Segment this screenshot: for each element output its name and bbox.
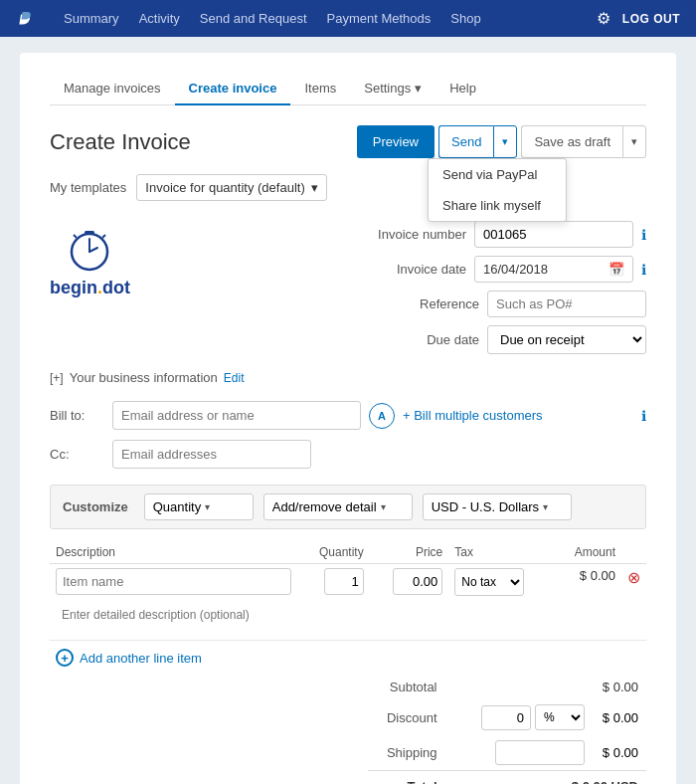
chevron-down-icon: ▾ — [631, 135, 637, 147]
total-value: $ 0.00 USD — [445, 771, 647, 785]
svg-line-6 — [74, 235, 77, 238]
subtotal-value: $ 0.00 — [445, 675, 647, 699]
invoice-number-row: Invoice number ℹ — [348, 221, 646, 248]
calendar-icon: 📅 — [609, 262, 624, 277]
nav-shop[interactable]: Shop — [442, 0, 488, 37]
send-via-paypal[interactable]: Send via PayPal — [429, 159, 566, 190]
add-line-label: Add another line item — [80, 651, 202, 666]
nav-summary[interactable]: Summary — [56, 0, 127, 37]
due-date-row: Due date Due on receipt — [348, 325, 646, 354]
subnav-settings[interactable]: Settings ▾ — [350, 73, 435, 105]
remove-item-icon[interactable]: ⊗ — [627, 569, 640, 586]
discount-input[interactable] — [481, 705, 531, 730]
date-value: 16/04/2018 — [483, 262, 548, 277]
total-row: Total $ 0.00 USD — [368, 771, 646, 785]
cc-input[interactable] — [112, 440, 311, 469]
send-dropdown: Send via PayPal Share link myself — [428, 158, 567, 222]
invoice-date-input[interactable]: 16/04/2018 📅 — [474, 256, 633, 283]
table-row: No tax $ 0.00 ⊗ — [50, 564, 646, 601]
price-input[interactable] — [393, 568, 442, 595]
item-description-input[interactable] — [56, 604, 615, 626]
shipping-input[interactable] — [495, 740, 585, 765]
send-dropdown-toggle[interactable]: ▾ — [493, 125, 517, 158]
expand-icon[interactable]: [+] — [50, 371, 64, 385]
save-draft-group: Save as draft ▾ — [521, 125, 646, 158]
subtotal-row: Subtotal $ 0.00 — [368, 675, 646, 699]
quantity-input[interactable] — [324, 568, 364, 595]
preview-button[interactable]: Preview — [357, 125, 435, 158]
logo-container: begin.dot — [50, 221, 130, 298]
chevron-down-icon: ▾ — [543, 501, 548, 512]
discount-type-select[interactable]: % — [535, 704, 585, 730]
totals-table: Subtotal $ 0.00 Discount % $ 0.00 Shippi… — [368, 675, 646, 784]
gear-icon[interactable]: ⚙ — [597, 9, 610, 28]
due-date-label: Due date — [380, 332, 479, 347]
subtotal-label: Subtotal — [368, 675, 445, 699]
quantity-label: Quantity — [153, 499, 201, 514]
cc-row: Cc: — [50, 440, 646, 469]
tax-select[interactable]: No tax — [454, 568, 524, 596]
invoice-fields: Invoice number ℹ Invoice date 16/04/2018… — [348, 221, 646, 354]
share-link-myself[interactable]: Share link myself — [429, 190, 566, 221]
col-quantity: Quantity — [297, 541, 370, 564]
nav-payment-methods[interactable]: Payment Methods — [319, 0, 439, 37]
avatar-icon: A — [369, 403, 395, 429]
save-draft-dropdown-toggle[interactable]: ▾ — [622, 125, 646, 158]
cc-label: Cc: — [50, 447, 104, 462]
info-icon-date[interactable]: ℹ — [641, 262, 646, 278]
title-buttons: Preview Send ▾ Send via PayPal Share lin… — [357, 125, 646, 158]
bill-to-input[interactable] — [112, 401, 361, 430]
currency-select[interactable]: USD - U.S. Dollars ▾ — [423, 493, 572, 520]
logo-icon — [63, 221, 117, 276]
svg-line-5 — [102, 235, 105, 238]
bill-to-label: Bill to: — [50, 408, 104, 423]
business-info-row: [+] Your business information Edit — [50, 370, 646, 385]
discount-label: Discount — [368, 699, 445, 735]
subnav-items[interactable]: Items — [290, 73, 350, 105]
chevron-down-icon: ▾ — [205, 501, 210, 512]
send-button[interactable]: Send — [438, 125, 493, 158]
bill-multiple-customers[interactable]: + Bill multiple customers — [403, 408, 633, 423]
subnav-help[interactable]: Help — [435, 73, 490, 105]
shipping-row: Shipping $ 0.00 — [368, 735, 646, 771]
invoice-number-input[interactable] — [474, 221, 633, 248]
info-icon-bill[interactable]: ℹ — [641, 408, 646, 424]
save-draft-button[interactable]: Save as draft — [521, 125, 622, 158]
add-detail-label: Add/remove detail — [272, 499, 377, 514]
nav-send-request[interactable]: Send and Request — [192, 0, 315, 37]
amount-value: $ 0.00 — [554, 564, 622, 601]
bill-to-row: Bill to: A + Bill multiple customers ℹ — [50, 401, 646, 430]
invoice-table: Description Quantity Price Tax Amount — [50, 541, 646, 630]
col-tax: Tax — [448, 541, 553, 564]
nav-links: Summary Activity Send and Request Paymen… — [56, 0, 597, 37]
topnav-right: ⚙ LOG OUT — [597, 9, 680, 28]
subnav-manage-invoices[interactable]: Manage invoices — [50, 73, 175, 105]
due-date-select[interactable]: Due on receipt — [487, 325, 646, 354]
invoice-number-label: Invoice number — [367, 227, 466, 242]
nav-activity[interactable]: Activity — [131, 0, 188, 37]
shipping-amount: $ 0.00 — [589, 745, 638, 760]
chevron-down-icon: ▾ — [415, 81, 422, 96]
logo-text-begin: begin — [50, 278, 97, 298]
reference-label: Reference — [380, 296, 479, 311]
paypal-logo — [16, 7, 36, 30]
chevron-down-icon: ▾ — [502, 135, 508, 147]
col-description: Description — [50, 541, 297, 564]
subnav-create-invoice[interactable]: Create invoice — [175, 73, 291, 105]
info-icon[interactable]: ℹ — [641, 227, 646, 243]
customize-label: Customize — [63, 499, 128, 514]
logo-text-dot2: dot — [102, 278, 130, 298]
template-select[interactable]: Invoice for quantity (default) ▾ — [136, 174, 326, 201]
business-info-label: Your business information — [70, 370, 218, 385]
col-amount: Amount — [554, 541, 622, 564]
reference-input[interactable] — [487, 291, 646, 317]
add-line-item[interactable]: + Add another line item — [50, 640, 646, 675]
quantity-select[interactable]: Quantity ▾ — [144, 493, 254, 520]
totals-section: Subtotal $ 0.00 Discount % $ 0.00 Shippi… — [50, 675, 646, 784]
item-name-input[interactable] — [56, 568, 291, 595]
logout-button[interactable]: LOG OUT — [622, 12, 680, 26]
edit-business-info[interactable]: Edit — [224, 371, 245, 385]
bill-to-section: Bill to: A + Bill multiple customers ℹ C… — [50, 401, 646, 469]
main-container: Manage invoices Create invoice Items Set… — [20, 53, 676, 784]
add-remove-detail-select[interactable]: Add/remove detail ▾ — [263, 493, 413, 520]
